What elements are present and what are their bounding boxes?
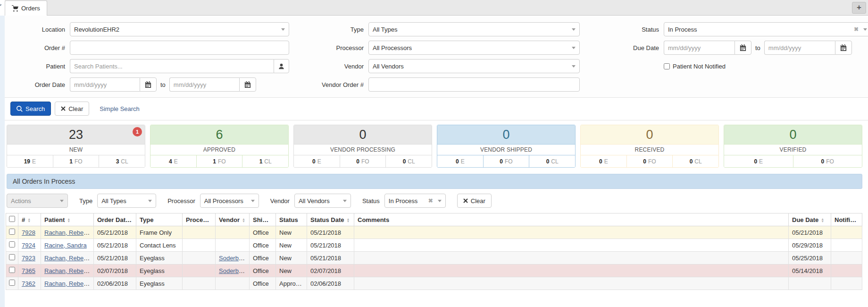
actions-select[interactable]: Actions (7, 194, 68, 208)
row-checkbox[interactable] (9, 229, 15, 235)
cell-notified (831, 239, 862, 252)
cell-status: Approved (276, 277, 307, 290)
card-breakdown-cell: 0CL (529, 155, 575, 167)
simple-search-link[interactable]: Simple Search (100, 105, 140, 112)
patient-lookup-button[interactable] (274, 59, 289, 73)
patient-not-notified-checkbox[interactable] (664, 63, 670, 69)
order-date-from-input[interactable] (70, 77, 140, 92)
cell-order-date: 05/21/2018 (94, 239, 136, 252)
cell-type: Eyeglass (136, 264, 183, 277)
column-header-due-date[interactable]: Due Date▲▼ (789, 213, 831, 226)
processor-select[interactable]: All Processors (368, 41, 580, 55)
column-header--[interactable]: #▲▼ (18, 213, 41, 226)
patient-search-input[interactable] (70, 59, 274, 73)
row-checkbox[interactable] (9, 267, 15, 273)
toolbar-type-select[interactable]: All Types (97, 194, 156, 208)
column-header-patient[interactable]: Patient▲▼ (41, 213, 94, 226)
cell-type: Eyeglass (136, 277, 183, 290)
search-button[interactable]: Search (10, 102, 51, 116)
column-header-vendor[interactable]: Vendor▲▼ (216, 213, 250, 226)
order-number-link[interactable]: 7923 (22, 255, 35, 262)
patient-link[interactable]: Rachan, Rebecca (44, 229, 93, 236)
location-select[interactable]: RevolutionEHR2 (70, 22, 289, 36)
orders-table: #▲▼Patient▲▼Order Date▼TypeProcessorVend… (6, 213, 862, 290)
order-number-link[interactable]: 7928 (22, 229, 35, 236)
patient-link[interactable]: Rachan, Rebecca (44, 267, 93, 274)
cell-status: New (276, 252, 307, 264)
column-header-type: Type (136, 213, 183, 226)
column-header-status-date[interactable]: Status Date▲▼ (307, 213, 354, 226)
order-number-input[interactable] (70, 41, 289, 55)
toolbar-clear-label: Clear (471, 197, 485, 205)
vendor-select[interactable]: All Vendors (368, 59, 580, 73)
order-number-link[interactable]: 7365 (22, 267, 35, 274)
clear-x-icon[interactable]: ✖ (428, 197, 433, 204)
order-number-link[interactable]: 7924 (22, 242, 35, 249)
chevron-down-icon (148, 200, 152, 202)
cell-comments (354, 239, 789, 252)
calendar-button[interactable] (734, 41, 751, 55)
tab-orders-label: Orders (21, 5, 40, 12)
cell-due-date: 05/14/2018 (789, 264, 831, 277)
toolbar-clear-button[interactable]: Clear (457, 194, 492, 208)
vendor-order-number-input[interactable] (368, 77, 580, 92)
summary-card-new[interactable]: 231NEW19E1FO3CL (7, 125, 145, 168)
toolbar-processor-select[interactable]: All Processors (200, 194, 259, 208)
summary-card-vendor-shipped[interactable]: 0VENDOR SHIPPED0E0FO0CL (437, 125, 576, 168)
column-header-order-date[interactable]: Order Date▼ (94, 213, 136, 226)
card-status-label: VERIFIED (724, 144, 862, 155)
cell-status: New (276, 239, 307, 252)
card-badge: 1 (133, 127, 142, 136)
status-select[interactable]: In Process ✖ (664, 22, 868, 36)
vendor-link[interactable]: Soderberg (219, 267, 248, 274)
section-header: All Orders In Process (7, 174, 862, 189)
due-date-from-input[interactable] (664, 41, 734, 55)
order-number-link[interactable]: 7362 (22, 280, 35, 287)
toolbar-status-value: In Process (389, 197, 417, 205)
row-checkbox[interactable] (9, 241, 15, 247)
type-select[interactable]: All Types (368, 22, 580, 36)
tab-orders[interactable]: Orders (5, 0, 47, 16)
processor-label: Processor (293, 44, 365, 51)
summary-card-vendor-processing[interactable]: 0VENDOR PROCESSING0E0FO0CL (293, 125, 432, 168)
card-breakdown-cell: 0FO (484, 155, 530, 167)
order-date-to-input[interactable] (169, 77, 239, 92)
cell-status-date: 05/21/2018 (307, 252, 354, 264)
cell-notified (831, 226, 862, 239)
summary-card-verified[interactable]: 0VERIFIED0E0FO (724, 125, 862, 168)
select-all-checkbox[interactable] (9, 216, 15, 222)
cell-order: 7362 (18, 277, 41, 290)
clear-x-icon[interactable]: ✖ (854, 26, 859, 33)
toolbar-type-label: Type (79, 197, 92, 205)
toolbar-vendor-label: Vendor (270, 197, 290, 205)
vendor-link[interactable]: Soderberg (219, 255, 248, 262)
calendar-button[interactable] (140, 77, 157, 92)
patient-link[interactable]: Rachan, Rebecca (44, 255, 93, 262)
patient-link[interactable]: Rachan, Rebecca (44, 280, 93, 287)
cell-vendor (216, 226, 250, 239)
calendar-button[interactable] (835, 41, 852, 55)
card-breakdown-cell: 1FO (197, 155, 243, 167)
sort-icon: ▲▼ (860, 218, 862, 222)
due-date-to-input[interactable] (764, 41, 835, 55)
order-row-7365: 7365Rachan, Rebecca02/07/2018EyeglassSod… (6, 264, 862, 277)
card-count: 6 (150, 125, 288, 144)
orders-page: ⟳ Orders + Location RevolutionEHR2 (0, 0, 868, 307)
toolbar-status-select[interactable]: In Process ✖ (384, 194, 446, 208)
row-checkbox[interactable] (9, 254, 15, 260)
calendar-button[interactable] (239, 77, 256, 92)
cell-patient: Rachan, Rebecca (41, 226, 94, 239)
column-header-notified[interactable]: Notified▲▼ (831, 213, 862, 226)
card-breakdown-cell: 1CL (242, 155, 288, 167)
clear-button[interactable]: Clear (55, 102, 89, 116)
card-breakdown-cell: 0FO (340, 155, 386, 167)
toolbar-vendor-select[interactable]: All Vendors (294, 194, 351, 208)
patient-link[interactable]: Racine, Sandra (44, 242, 87, 249)
cell-patient: Racine, Sandra (41, 239, 94, 252)
add-tab-button[interactable]: + (852, 2, 866, 14)
summary-card-approved[interactable]: 6APPROVED4E1FO1CL (150, 125, 289, 168)
order-date-label: Order Date (6, 81, 66, 88)
summary-card-received[interactable]: 0RECEIVED0E0FO0CL (580, 125, 719, 168)
row-checkbox[interactable] (9, 280, 15, 286)
cell-due-date: 05/29/2018 (789, 239, 831, 252)
